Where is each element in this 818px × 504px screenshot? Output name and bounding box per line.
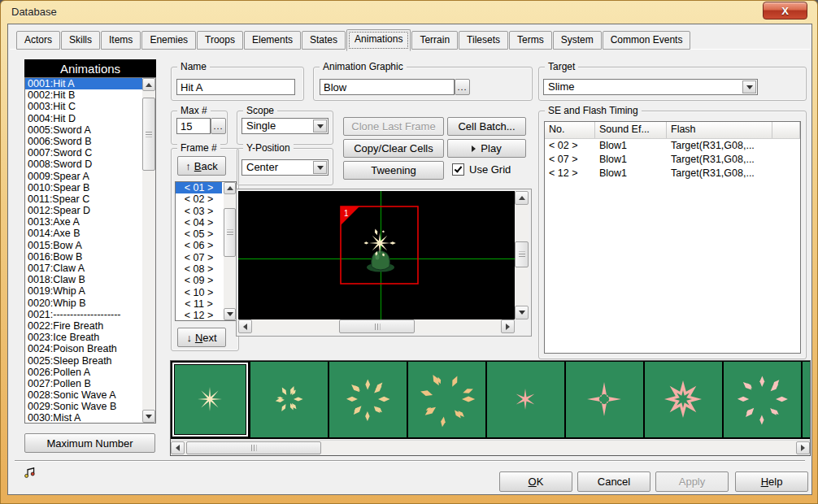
scroll-left-icon[interactable] [238,319,252,333]
list-item[interactable]: 0003:Hit C [25,101,142,112]
preview-v-scrollbar[interactable] [515,191,529,319]
animation-listbox[interactable]: 0001:Hit A0002:Hit B0003:Hit C0004:Hit D… [24,77,156,424]
frame-item[interactable]: < 04 > [176,217,222,228]
scroll-down-icon[interactable] [224,308,236,320]
max-browse-button[interactable]: ... [211,118,226,134]
list-item[interactable]: 0017:Claw A [25,263,142,274]
scroll-thumb[interactable] [339,319,415,333]
chevron-down-icon[interactable] [313,119,327,133]
tweening-button[interactable]: Tweening [343,161,444,180]
frame-item[interactable]: < 01 > [176,182,222,193]
strip-cell-frame-6[interactable] [566,362,643,437]
list-item[interactable]: 0026:Pollen A [25,367,142,378]
chevron-down-icon[interactable] [742,80,756,93]
list-item[interactable]: 0011:Spear C [25,193,142,205]
tab-terms[interactable]: Terms [509,31,552,50]
scroll-up-icon[interactable] [142,78,155,91]
list-item[interactable]: 0001:Hit A [25,78,142,89]
list-item[interactable]: 0023:Ice Breath [25,332,142,343]
tab-elements[interactable]: Elements [244,31,301,50]
list-item[interactable]: 0024:Poison Breath [25,343,142,354]
play-button[interactable]: Play [447,139,526,158]
list-item[interactable]: 0004:Hit D [25,113,142,124]
name-input[interactable] [176,79,295,95]
se-flash-row[interactable]: < 07 >Blow1Target(R31,G08,... [545,153,800,167]
use-grid-checkbox[interactable]: Use Grid [452,163,511,176]
frame-item[interactable]: < 06 > [176,240,222,251]
preview-canvas[interactable]: 1 [238,191,515,319]
scroll-down-icon[interactable] [142,410,155,423]
animation-list-scrollbar[interactable] [142,78,155,423]
strip-cell-frame-2[interactable] [250,362,328,437]
frame-list-scrollbar[interactable] [224,182,236,320]
list-item[interactable]: 0006:Sword B [25,136,142,147]
list-item[interactable]: 0029:Sonic Wave B [25,401,142,412]
tab-skills[interactable]: Skills [61,31,100,50]
frame-back-button[interactable]: ↑ Back [177,156,226,176]
strip-cell-frame-5[interactable] [487,362,564,437]
clone-last-frame-button[interactable]: Clone Last Frame [343,117,444,136]
list-item[interactable]: 0021:-------------------- [25,309,142,320]
list-item[interactable]: 0009:Spear A [25,171,142,182]
strip-scrollbar[interactable] [171,440,810,454]
maximum-number-button[interactable]: Maximum Number [24,433,155,453]
target-select[interactable]: Slime [543,79,758,95]
frame-next-button[interactable]: ↓ Next [177,328,226,347]
se-flash-table[interactable]: No.Sound Ef...Flash < 02 >Blow1Target(R3… [544,121,801,354]
list-item[interactable]: 0016:Bow B [25,251,142,263]
list-item[interactable]: 0018:Claw B [25,274,142,285]
frame-item[interactable]: < 10 > [176,287,222,298]
frame-item[interactable]: < 02 > [176,193,222,205]
tab-animations[interactable]: Animations [346,29,411,51]
list-item[interactable]: 0008:Sword D [25,159,142,170]
list-item[interactable]: 0010:Spear B [25,182,142,193]
tab-tilesets[interactable]: Tilesets [459,31,508,50]
column-header[interactable]: Flash [667,122,772,138]
scroll-right-icon[interactable] [796,441,810,454]
list-item[interactable]: 0015:Bow A [25,240,142,251]
list-item[interactable]: 0022:Fire Breath [25,320,142,332]
se-flash-row[interactable]: < 12 >Blow1Target(R31,G08,... [545,167,800,180]
tab-actors[interactable]: Actors [16,31,60,50]
scroll-thumb[interactable] [186,441,321,454]
ok-button[interactable]: OK [499,471,572,492]
y-position-select[interactable]: Center [241,159,329,176]
frame-item[interactable]: < 08 > [176,263,222,275]
list-item[interactable]: 0002:Hit B [25,89,142,101]
frame-item[interactable]: < 07 > [176,252,222,263]
frame-listbox[interactable]: < 01 >< 02 >< 03 >< 04 >< 05 >< 06 >< 07… [175,181,237,321]
scope-select[interactable]: Single [241,118,329,134]
tab-states[interactable]: States [302,31,346,50]
cell-batch-button[interactable]: Cell Batch... [447,117,526,136]
scroll-thumb[interactable] [515,241,529,267]
scroll-right-icon[interactable] [501,319,515,333]
frame-item[interactable]: < 11 > [176,298,222,310]
strip-cell-frame-7[interactable] [645,362,722,437]
list-item[interactable]: 0012:Spear D [25,205,142,216]
tab-terrain[interactable]: Terrain [411,31,458,50]
scroll-left-icon[interactable] [171,441,185,454]
scroll-up-icon[interactable] [224,182,236,194]
scroll-down-icon[interactable] [515,306,529,319]
list-item[interactable]: 0030:Mist A [25,412,142,424]
list-item[interactable]: 0005:Sword A [25,124,142,136]
tab-troops[interactable]: Troops [197,31,243,50]
animation-graphic-input[interactable] [320,79,455,95]
list-item[interactable]: 0019:Whip A [25,285,142,297]
scroll-up-icon[interactable] [515,191,529,205]
frame-item[interactable]: < 03 > [176,206,222,217]
max-input[interactable] [176,118,211,134]
list-item[interactable]: 0014:Axe B [25,228,142,239]
close-button[interactable]: X [763,2,807,20]
tab-items[interactable]: Items [101,31,141,50]
copy-clear-cells-button[interactable]: Copy/Clear Cells [343,139,444,158]
list-item[interactable]: 0020:Whip B [25,298,142,309]
titlebar[interactable]: Database X [1,1,817,24]
strip-cell-frame-8[interactable] [724,362,801,437]
help-button[interactable]: Help [735,471,808,492]
chevron-down-icon[interactable] [313,161,327,174]
strip-cell-frame-3[interactable] [329,362,407,437]
cancel-button[interactable]: Cancel [577,471,650,492]
frame-item[interactable]: < 12 > [176,310,222,321]
list-item[interactable]: 0027:Pollen B [25,378,142,389]
